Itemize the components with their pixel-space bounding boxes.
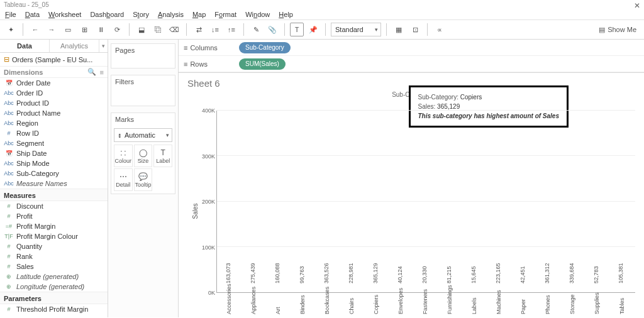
pause-auto-updates-icon[interactable]: ⏸ [94, 23, 108, 36]
pane-menu-icon[interactable]: ▾ [99, 40, 108, 52]
labels-toggle-icon[interactable]: T [290, 23, 304, 36]
tableau-logo-icon[interactable]: ✦ [4, 23, 18, 36]
new-datasource-icon[interactable]: ⊞ [77, 23, 91, 36]
menu-map[interactable]: Map [192, 11, 206, 18]
field-profit-margin-colour[interactable]: T|FProfit Margin Colour [0, 231, 108, 241]
mark-tooltip[interactable]: 💬Tooltip [134, 168, 153, 191]
duplicate-icon[interactable]: ⿻ [151, 23, 165, 36]
presentation-icon[interactable]: ▦ [392, 23, 406, 36]
field-ship-date[interactable]: 📅Ship Date [0, 148, 108, 158]
menu-window[interactable]: Window [245, 11, 270, 18]
field-quantity[interactable]: #Quantity [0, 241, 108, 251]
pill-sum-sales[interactable]: SUM(Sales) [239, 58, 286, 70]
menu-help[interactable]: Help [279, 11, 293, 18]
mark-detail[interactable]: ⋯Detail [114, 168, 133, 191]
pin-icon[interactable]: 📌 [306, 23, 320, 36]
share-icon[interactable]: ∝ [433, 23, 447, 36]
show-me-button[interactable]: ▤ Show Me [595, 26, 640, 34]
menu-dashboard[interactable]: Dashboard [90, 11, 124, 18]
toolbar: ✦ ← → ▭ ⊞ ⏸ ⟳ ⬓ ⿻ ⌫ ⇄ ↓≡ ↑≡ ✎ 📎 T 📌 Stan… [0, 20, 644, 40]
group-icon[interactable]: 📎 [265, 23, 279, 36]
pages-card[interactable]: Pages [111, 43, 175, 69]
filter-icon[interactable]: ≡ [100, 69, 104, 76]
marks-type-dropdown[interactable]: ⫾Automatic [114, 128, 172, 142]
dimensions-header: Dimensions [4, 69, 84, 76]
menu-analysis[interactable]: Analysis [158, 11, 184, 18]
chart-plot-area[interactable]: 163,073275,439160,08899,763363,526228,98… [216, 111, 635, 293]
clear-icon[interactable]: ⌫ [167, 23, 181, 36]
tab-data[interactable]: Data [0, 40, 49, 52]
menu-file[interactable]: File [5, 11, 16, 18]
close-icon[interactable]: ✕ [634, 1, 640, 10]
refresh-icon[interactable]: ⟳ [110, 23, 124, 36]
columns-shelf-label: ≡Columns [179, 44, 235, 52]
window-title: Tableau - 25_05 [0, 0, 644, 9]
field-order-id[interactable]: AbcOrder ID [0, 88, 108, 98]
mark-label[interactable]: TLabel [153, 145, 172, 167]
menu-worksheet[interactable]: Worksheet [48, 11, 81, 18]
highlight-icon[interactable]: ✎ [249, 23, 263, 36]
measures-header: Measures [0, 189, 108, 201]
pill-sub-category[interactable]: Sub-Category [239, 42, 291, 53]
cards-icon[interactable]: ⊡ [408, 23, 422, 36]
fit-dropdown[interactable]: Standard [331, 23, 381, 36]
data-pane: Data Analytics ▾ ⊟ Orders (Sample - EU S… [0, 40, 108, 317]
field-product-name[interactable]: AbcProduct Name [0, 108, 108, 118]
mark-colour[interactable]: ⸬Colour [114, 145, 133, 167]
field-latitude-generated-[interactable]: ⊕Latitude (generated) [0, 271, 108, 282]
tab-analytics[interactable]: Analytics [49, 40, 99, 52]
menu-bar: File Data Worksheet Dashboard Story Anal… [0, 9, 644, 20]
menu-format[interactable]: Format [214, 11, 236, 18]
menu-data[interactable]: Data [25, 11, 40, 18]
sort-desc-icon[interactable]: ↑≡ [225, 23, 238, 36]
field-product-id[interactable]: AbcProduct ID [0, 98, 108, 108]
mark-size[interactable]: ◯Size [134, 145, 153, 167]
field-profit-margin[interactable]: =#Profit Margin [0, 221, 108, 231]
menu-story[interactable]: Story [133, 11, 149, 18]
filters-card[interactable]: Filters [111, 75, 175, 106]
show-me-icon: ▤ [599, 26, 605, 34]
field-segment[interactable]: AbcSegment [0, 138, 108, 148]
cards-panel: Pages Filters Marks ⫾Automatic ⸬Colour◯S… [108, 40, 179, 317]
field-order-date[interactable]: 📅Order Date [0, 78, 108, 88]
search-icon[interactable]: 🔍 [87, 68, 96, 76]
field-threshold-profit-margin[interactable]: #Threshold Profit Margin [0, 304, 108, 314]
parameters-header: Parameters [0, 292, 108, 304]
columns-shelf[interactable]: Sub-Category [235, 42, 644, 53]
new-worksheet-icon[interactable]: ⬓ [135, 23, 148, 36]
save-icon[interactable]: ▭ [61, 23, 75, 36]
field-ship-mode[interactable]: AbcShip Mode [0, 158, 108, 168]
sort-asc-icon[interactable]: ↓≡ [208, 23, 222, 36]
field-rank[interactable]: #Rank [0, 251, 108, 261]
swap-icon[interactable]: ⇄ [192, 23, 206, 36]
undo-icon[interactable]: ← [28, 23, 42, 36]
datasource-row[interactable]: ⊟ Orders (Sample - EU Su... [0, 53, 108, 67]
redo-icon[interactable]: → [45, 23, 58, 36]
field-measure-names[interactable]: AbcMeasure Names [0, 178, 108, 189]
worksheet-view: ≡Columns Sub-Category ≡Rows SUM(Sales) S… [179, 40, 644, 317]
field-profit[interactable]: #Profit [0, 211, 108, 221]
field-sub-category[interactable]: AbcSub-Category [0, 168, 108, 178]
rows-shelf[interactable]: SUM(Sales) [235, 58, 644, 70]
field-discount[interactable]: #Discount [0, 201, 108, 211]
field-region[interactable]: AbcRegion [0, 118, 108, 128]
field-sales[interactable]: #Sales [0, 261, 108, 271]
field-row-id[interactable]: #Row ID [0, 128, 108, 138]
rows-shelf-label: ≡Rows [179, 60, 235, 68]
field-longitude-generated-[interactable]: ⊕Longitude (generated) [0, 282, 108, 292]
marks-card[interactable]: Marks ⫾Automatic ⸬Colour◯SizeTLabel⋯Deta… [111, 112, 175, 194]
datasource-icon: ⊟ [4, 55, 9, 63]
